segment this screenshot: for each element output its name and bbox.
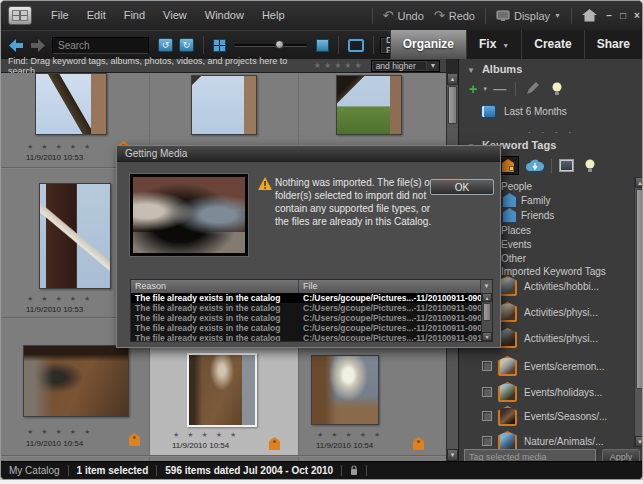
scroll-down-arrow[interactable]: ▼	[635, 436, 643, 447]
album-item-last-6-months[interactable]: Last 6 Months	[481, 105, 567, 118]
category-tag-icon	[503, 193, 516, 207]
remove-album-button[interactable]: —	[493, 81, 506, 96]
column-header-file[interactable]: File	[299, 280, 480, 293]
ok-button[interactable]: OK	[430, 179, 494, 195]
undo-button[interactable]: ↶ Undo	[378, 8, 429, 23]
lock-icon	[509, 166, 514, 171]
divider	[485, 8, 486, 24]
rating-filter-stars[interactable]: ★★★★★	[314, 61, 365, 70]
album-icon	[481, 105, 496, 118]
photo-thumbnail[interactable]	[311, 355, 379, 425]
lock-icon	[350, 465, 358, 476]
menu-window[interactable]: Window	[196, 1, 253, 30]
scroll-up-arrow[interactable]: ▲	[482, 293, 492, 302]
keyword-tag-row[interactable]: Events/Seasons/...	[482, 404, 607, 428]
checkbox[interactable]	[482, 387, 492, 397]
home-button[interactable]	[577, 9, 602, 22]
tab-share[interactable]: Share	[584, 30, 642, 59]
fullscreen-view-icon[interactable]	[348, 39, 364, 52]
rating-filter-dropdown[interactable]: and higher ▼	[371, 60, 440, 72]
large-thumbnail-icon[interactable]	[316, 39, 329, 52]
photo-thumbnail[interactable]	[336, 75, 402, 135]
table-header: Reason File ▼	[131, 280, 492, 293]
photo-thumbnail[interactable]	[39, 183, 111, 289]
scrollbar-thumb[interactable]	[448, 86, 457, 124]
menu-view[interactable]: View	[154, 1, 196, 30]
small-thumbnails-icon[interactable]	[213, 39, 226, 52]
divider	[68, 465, 69, 476]
table-row[interactable]: The file already exists in the catalog C…	[131, 313, 492, 323]
display-menu-button[interactable]: Display ▼	[491, 10, 566, 22]
maximize-button[interactable]: □	[616, 10, 630, 21]
find-bar[interactable]: Find: Drag keyword tags, albums, photos,…	[1, 59, 446, 73]
section-splitter[interactable]: · · · ·	[459, 127, 643, 137]
rotate-right-button[interactable]: ↻	[179, 38, 194, 52]
rotate-left-button[interactable]: ↺	[158, 38, 173, 52]
scroll-down-arrow[interactable]: ▼	[482, 332, 492, 341]
download-tags-cloud-icon[interactable]	[526, 159, 544, 172]
selection-count: 1 item selected	[77, 465, 149, 476]
close-button[interactable]: ×	[630, 10, 643, 21]
collapse-triangle-icon[interactable]: ▼	[467, 66, 475, 75]
checkbox[interactable]	[482, 436, 492, 446]
import-results-table: Reason File ▼ The file already exists in…	[130, 279, 493, 342]
divider	[551, 159, 552, 173]
tab-fix[interactable]: Fix▼	[466, 30, 521, 59]
redo-button[interactable]: ↷ Redo	[429, 8, 480, 23]
table-row[interactable]: The file already exists in the catalog C…	[131, 303, 492, 313]
photo-thumbnail[interactable]	[191, 75, 257, 135]
scrollbar-thumb[interactable]	[636, 189, 643, 389]
keyword-tag-icon	[498, 356, 517, 376]
menu-find[interactable]: Find	[115, 1, 154, 30]
menu-edit[interactable]: Edit	[78, 1, 115, 30]
back-button[interactable]	[9, 39, 24, 52]
chevron-down-icon: ▼	[502, 42, 509, 49]
photo-thumbnail[interactable]	[35, 73, 107, 135]
divider	[338, 36, 339, 54]
chevron-down-icon[interactable]: ▼	[482, 86, 488, 92]
checkbox[interactable]	[482, 361, 492, 371]
photo-date: 11/9/2010 10:54	[172, 441, 229, 450]
rating-stars[interactable]: ★ ★ ★ ★ ★	[27, 295, 93, 303]
tab-create[interactable]: Create	[521, 30, 583, 59]
scrollbar-thumb[interactable]	[483, 303, 491, 321]
edit-album-icon[interactable]	[525, 82, 539, 96]
rating-stars[interactable]: ★ ★ ★ ★ ★	[317, 431, 383, 439]
smart-tag-bulb-icon[interactable]	[585, 159, 595, 173]
rating-stars[interactable]: ★ ★ ★ ★ ★	[27, 143, 93, 151]
keyword-tag-row[interactable]: Events/ceremon...	[482, 354, 605, 378]
dialog-title-bar[interactable]: Getting Media	[117, 146, 500, 162]
scroll-down-arrow[interactable]: ▼	[447, 449, 458, 461]
rating-stars[interactable]: ★ ★ ★ ★ ★	[173, 431, 239, 439]
thumbnail-size-slider[interactable]	[235, 44, 307, 47]
monitor-icon	[496, 10, 510, 22]
table-row[interactable]: The file already exists in the catalog C…	[131, 333, 492, 342]
scroll-up-arrow[interactable]: ▲	[447, 73, 458, 85]
checkbox[interactable]	[482, 411, 492, 421]
forward-button[interactable]	[30, 39, 45, 52]
slider-handle[interactable]	[275, 40, 284, 49]
divider	[571, 8, 572, 24]
menu-file[interactable]: File	[42, 1, 78, 30]
column-sort-icon[interactable]: ▼	[480, 280, 492, 293]
menu-help[interactable]: Help	[253, 1, 294, 30]
keyword-tag-row[interactable]: Events/holidays...	[482, 380, 602, 404]
photo-thumbnail-selected[interactable]	[187, 353, 257, 427]
scroll-up-arrow[interactable]: ▲	[635, 177, 643, 188]
rating-stars[interactable]: ★ ★ ★ ★ ★	[27, 428, 93, 436]
minimize-button[interactable]: –	[602, 10, 616, 21]
photo-thumbnail[interactable]	[23, 345, 129, 417]
instant-album-bulb-icon[interactable]	[552, 82, 562, 96]
table-row[interactable]: The file already exists in the catalog C…	[131, 323, 492, 333]
add-album-button[interactable]: +	[469, 82, 477, 96]
warning-icon	[258, 177, 272, 190]
photo-info-icon[interactable]	[559, 159, 574, 172]
column-header-reason[interactable]: Reason	[131, 280, 299, 293]
tab-organize[interactable]: Organize	[390, 30, 466, 59]
table-scrollbar[interactable]: ▲ ▼	[481, 293, 492, 341]
albums-section-header[interactable]: ▼Albums	[467, 63, 522, 75]
table-row[interactable]: The file already exists in the catalog C…	[131, 293, 492, 303]
sidebar-scrollbar[interactable]: ▲ ▼	[634, 177, 643, 447]
divider	[156, 465, 157, 476]
search-input[interactable]	[52, 37, 149, 54]
